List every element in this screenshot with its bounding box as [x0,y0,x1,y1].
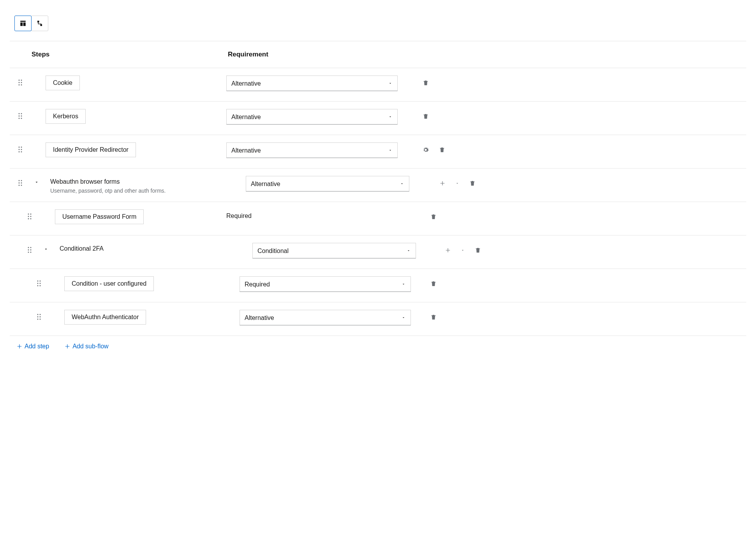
svg-point-12 [19,118,20,119]
delete-button[interactable] [421,78,430,88]
svg-point-23 [21,183,22,184]
svg-point-11 [21,116,22,117]
svg-point-26 [28,214,29,215]
svg-point-6 [19,84,20,86]
drag-handle[interactable] [28,310,46,320]
add-subflow-label: Add sub-flow [72,343,109,350]
svg-point-30 [28,218,29,220]
svg-point-42 [37,285,39,286]
settings-icon [423,147,429,153]
delete-button[interactable] [437,145,447,155]
svg-point-44 [37,314,39,315]
svg-point-39 [40,281,41,282]
subflow-title: Webauthn browser forms [50,176,166,185]
step-row: CookieRequiredAlternativeDisabledConditi… [10,68,746,102]
expand-toggle[interactable] [37,243,55,251]
requirement-select[interactable]: RequiredAlternativeDisabledConditional [246,176,409,191]
requirement-select[interactable]: RequiredAlternativeDisabledConditional [226,76,398,91]
requirement-select[interactable]: RequiredAlternativeDisabledConditional [226,109,398,125]
svg-point-29 [30,216,32,217]
step-name-col: Condition - user configured [64,276,226,291]
svg-point-38 [37,281,39,282]
svg-point-40 [37,283,39,284]
svg-point-19 [21,151,22,153]
svg-point-32 [28,247,29,248]
svg-point-14 [19,147,20,148]
svg-point-47 [40,316,41,318]
svg-point-25 [21,185,22,186]
delete-button[interactable] [473,245,483,255]
plus-icon [65,344,70,349]
requirement-col: Required [226,209,421,220]
menu-button[interactable] [459,247,466,254]
svg-point-15 [21,147,22,148]
requirement-col: RequiredAlternativeDisabledConditional [226,109,421,125]
step-row: Identity Provider RedirectorRequiredAlte… [10,135,746,169]
svg-point-22 [19,183,20,184]
requirement-col: RequiredAlternativeDisabledConditional [226,243,421,258]
add-icon [445,248,451,253]
menu-icon [455,181,459,185]
expand-toggle[interactable] [28,176,46,184]
delete-icon [430,314,437,321]
svg-point-35 [30,249,32,251]
step-row: WebAuthn AuthenticatorRequiredAlternativ… [10,302,746,336]
table-header: Steps Requirement [10,41,746,68]
requirement-select[interactable]: RequiredAlternativeDisabledConditional [240,310,411,325]
step-chip: Kerberos [46,109,86,124]
diagram-view-button[interactable] [31,16,48,31]
step-row: Conditional 2FARequiredAlternativeDisabl… [10,235,746,269]
svg-point-49 [40,319,41,320]
subflow-title: Conditional 2FA [60,243,104,252]
requirement-select[interactable]: RequiredAlternativeDisabledConditional [240,276,411,292]
svg-point-43 [40,285,41,286]
table-view-button[interactable] [14,16,32,31]
svg-point-36 [28,252,29,253]
svg-point-37 [30,252,32,253]
add-button[interactable] [444,246,452,255]
step-chip: Cookie [46,76,80,90]
drag-handle[interactable] [28,276,46,286]
step-row: KerberosRequiredAlternativeDisabledCondi… [10,102,746,135]
add-button[interactable] [438,179,447,188]
header-requirement: Requirement [228,51,746,58]
step-row: Username Password FormRequired [10,202,746,235]
delete-icon [423,79,429,86]
delete-button[interactable] [429,279,438,289]
requirement-select[interactable]: RequiredAlternativeDisabledConditional [252,243,416,258]
delete-button[interactable] [468,178,477,188]
delete-button[interactable] [429,212,438,222]
step-row: Webauthn browser formsUsername, password… [10,169,746,202]
step-chip: Username Password Form [55,209,144,224]
svg-rect-0 [37,21,39,23]
drag-handle[interactable] [10,76,28,86]
add-subflow-button[interactable]: Add sub-flow [65,343,109,350]
menu-button[interactable] [454,180,461,187]
svg-point-34 [28,249,29,251]
requirement-select[interactable]: RequiredAlternativeDisabledConditional [226,142,398,158]
delete-button[interactable] [421,111,430,121]
svg-point-24 [19,185,20,186]
header-steps: Steps [10,51,228,58]
svg-point-3 [21,80,22,81]
drag-handle[interactable] [10,176,28,186]
svg-point-17 [21,149,22,150]
delete-button[interactable] [429,312,438,322]
row-actions [421,142,447,155]
svg-point-2 [19,80,20,81]
drag-handle[interactable] [19,209,37,220]
drag-handle[interactable] [19,243,37,253]
step-chip: WebAuthn Authenticator [64,310,146,325]
table-icon [19,20,26,27]
settings-button[interactable] [421,145,430,155]
svg-point-4 [19,82,20,83]
svg-point-18 [19,151,20,153]
svg-point-41 [40,283,41,284]
add-step-button[interactable]: Add step [17,343,49,350]
drag-handle[interactable] [10,142,28,153]
row-actions [421,109,430,121]
drag-handle[interactable] [10,109,28,119]
svg-point-9 [21,113,22,114]
delete-icon [423,113,429,120]
delete-icon [475,247,481,254]
